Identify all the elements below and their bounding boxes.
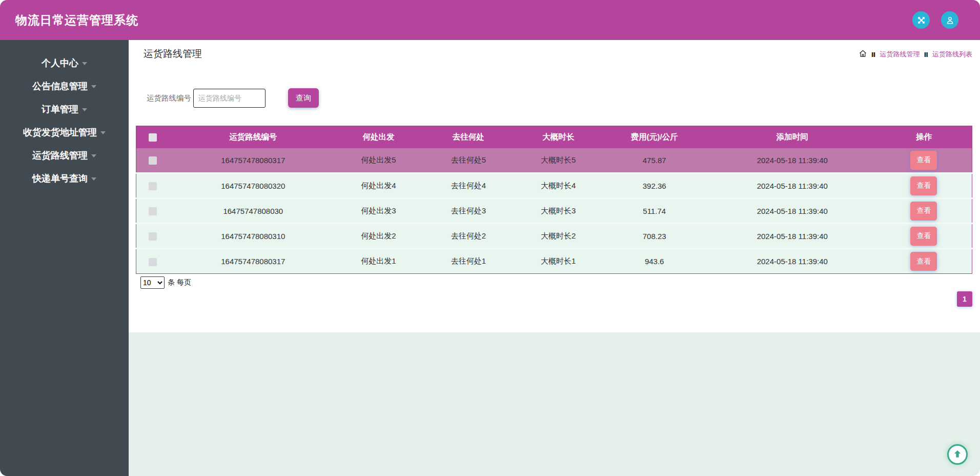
page-1-button[interactable]: 1 [957,291,972,307]
app-window: 物流日常运营管理系统 [0,0,980,476]
sidebar-item-personal-center[interactable]: 个人中心 [0,51,129,74]
col-route-id: 运货路线编号 [170,126,337,148]
fullscreen-button[interactable] [912,11,930,29]
cell-duration: 大概时长3 [517,199,600,224]
table-row[interactable]: 164757478080320 何处出发4 去往何处4 大概时长4 392.36… [136,173,972,199]
sidebar-item-announcements[interactable]: 公告信息管理 [0,74,129,97]
cell-added-time: 2024-05-18 11:39:40 [709,249,876,274]
view-button[interactable]: 查看 [910,176,937,195]
caret-down-icon [91,177,96,181]
search-form: 运货路线编号 查询 [129,88,980,108]
home-icon [859,49,867,60]
header-actions [912,11,958,29]
cell-origin: 何处出发4 [337,173,420,199]
breadcrumb-home-link[interactable] [859,49,867,60]
cell-route-id: 164757478080317 [170,148,337,173]
sidebar-nav: 个人中心 公告信息管理 订单管理 收货发货地址管理 运货路线管理 快递单号查询 [0,40,129,476]
col-duration: 大概时长 [517,126,600,148]
cell-route-id: 164757478080320 [170,173,337,199]
select-all-checkbox[interactable] [149,133,157,142]
cell-duration: 大概时长2 [517,224,600,249]
content-panel: 运货路线管理 Ⅱ 运货路线管理 Ⅱ 运货路线 [129,40,980,332]
back-to-top-button[interactable] [947,444,968,465]
page-title: 运货路线管理 [144,47,202,61]
caret-down-icon [82,62,87,65]
cell-fee: 392.36 [600,173,709,199]
col-fee: 费用(元)/公斤 [600,126,709,148]
col-destination: 去往何处 [420,126,517,148]
cell-origin: 何处出发5 [337,148,420,173]
search-button[interactable]: 查询 [288,88,319,108]
per-page-select[interactable]: 10 [140,276,165,289]
sidebar-item-label: 运货路线管理 [32,149,88,162]
cell-route-id: 164757478080310 [170,224,337,249]
row-checkbox[interactable] [149,258,157,266]
routes-table-wrapper: 运货路线编号 何处出发 去往何处 大概时长 费用(元)/公斤 添加时间 操作 [136,126,972,274]
sidebar-item-label: 个人中心 [42,57,78,69]
sidebar-item-label: 收货发货地址管理 [23,126,97,138]
cell-fee: 475.87 [600,148,709,173]
cell-origin: 何处出发2 [337,224,420,249]
cell-destination: 去往何处3 [420,199,517,224]
view-button[interactable]: 查看 [910,151,937,170]
sidebar-item-label: 快递单号查询 [32,172,88,185]
sidebar-item-label: 订单管理 [42,103,78,115]
caret-down-icon [82,108,87,111]
route-id-search-input[interactable] [193,89,266,108]
breadcrumb-link-route-management[interactable]: 运货路线管理 [880,50,920,59]
cell-added-time: 2024-05-18 11:39:40 [709,199,876,224]
arrow-up-icon [952,449,963,461]
cell-destination: 去往何处1 [420,249,517,274]
col-origin: 何处出发 [337,126,420,148]
table-row[interactable]: 164757478080317 何处出发5 去往何处5 大概时长5 475.87… [136,148,972,173]
cell-fee: 943.6 [600,249,709,274]
cell-route-id: 16475747808030 [170,199,337,224]
cell-added-time: 2024-05-18 11:39:40 [709,173,876,199]
cell-destination: 去往何处4 [420,173,517,199]
view-button[interactable]: 查看 [910,202,937,221]
cell-destination: 去往何处2 [420,224,517,249]
caret-down-icon [91,154,96,157]
caret-down-icon [100,131,106,134]
sidebar-item-addresses[interactable]: 收货发货地址管理 [0,121,129,144]
row-checkbox[interactable] [149,182,157,190]
app-title: 物流日常运营管理系统 [15,12,138,28]
cell-added-time: 2024-05-18 11:39:40 [709,224,876,249]
sidebar-item-orders[interactable]: 订单管理 [0,97,129,121]
view-button[interactable]: 查看 [910,252,937,271]
row-checkbox[interactable] [149,156,157,165]
cell-destination: 去往何处5 [420,148,517,173]
main-content: 运货路线管理 Ⅱ 运货路线管理 Ⅱ 运货路线 [129,40,980,476]
table-row[interactable]: 16475747808030 何处出发3 去往何处3 大概时长3 511.74 … [136,199,972,224]
cell-origin: 何处出发3 [337,199,420,224]
breadcrumb-link-route-list[interactable]: 运货路线列表 [932,50,972,59]
table-header-row: 运货路线编号 何处出发 去往何处 大概时长 费用(元)/公斤 添加时间 操作 [136,126,972,148]
breadcrumb-separator: Ⅱ [871,51,876,58]
search-field-label: 运货路线编号 [147,93,191,103]
breadcrumb: Ⅱ 运货路线管理 Ⅱ 运货路线列表 [859,47,972,60]
per-page-label: 条 每页 [168,278,191,287]
view-button[interactable]: 查看 [910,227,937,246]
table-row[interactable]: 164757478080310 何处出发2 去往何处2 大概时长2 708.23… [136,224,972,249]
fullscreen-icon [916,15,926,25]
top-header-bar: 物流日常运营管理系统 [0,0,980,40]
sidebar-item-shipping-routes[interactable]: 运货路线管理 [0,144,129,167]
user-profile-button[interactable] [941,11,958,29]
col-added-time: 添加时间 [709,126,876,148]
per-page-control: 10 条 每页 [140,276,980,289]
breadcrumb-separator: Ⅱ [924,51,928,58]
sidebar-item-label: 公告信息管理 [32,80,88,92]
table-row[interactable]: 164757478080317 何处出发1 去往何处1 大概时长1 943.6 … [136,249,972,274]
caret-down-icon [91,85,96,88]
cell-added-time: 2024-05-18 11:39:40 [709,148,876,173]
routes-table: 运货路线编号 何处出发 去往何处 大概时长 费用(元)/公斤 添加时间 操作 [136,126,972,274]
cell-duration: 大概时长5 [517,148,600,173]
cell-route-id: 164757478080317 [170,249,337,274]
row-checkbox[interactable] [149,207,157,215]
cell-origin: 何处出发1 [337,249,420,274]
col-actions: 操作 [876,126,972,148]
cell-fee: 708.23 [600,224,709,249]
sidebar-item-tracking-query[interactable]: 快递单号查询 [0,167,129,190]
row-checkbox[interactable] [149,232,157,241]
cell-fee: 511.74 [600,199,709,224]
